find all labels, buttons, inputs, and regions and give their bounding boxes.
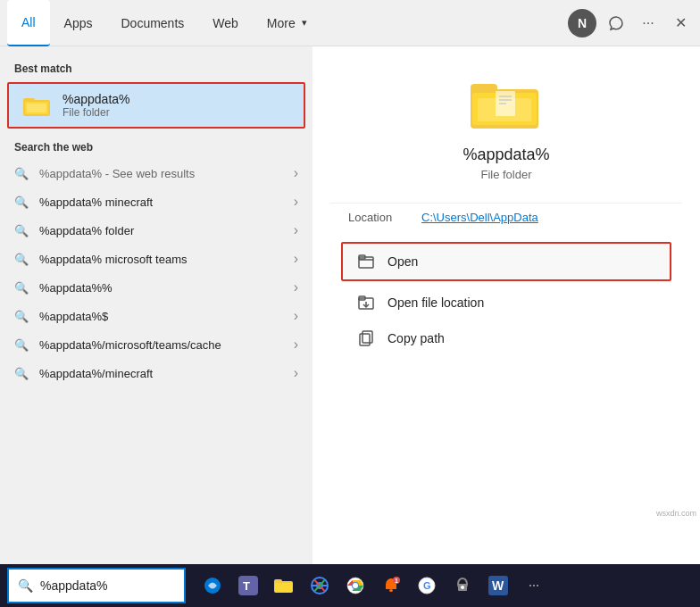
main-container: Best match %appdata% File folder Search … (0, 46, 700, 564)
svg-rect-18 (362, 331, 372, 343)
edge-icon[interactable] (196, 570, 229, 602)
web-item-6[interactable]: 🔍 %appdata%/microsoft/teams/cache (0, 330, 312, 359)
svg-point-33 (353, 583, 358, 588)
search-icon-1: 🔍 (14, 195, 29, 209)
feedback-icon[interactable] (604, 11, 629, 36)
chevron-right-icon-1 (294, 194, 298, 210)
tab-apps[interactable]: Apps (50, 0, 107, 46)
web-item-7[interactable]: 🔍 %appdata%/minecraft (0, 359, 312, 387)
copy-path-label: Copy path (388, 331, 445, 345)
search-input[interactable] (40, 578, 175, 593)
tab-documents[interactable]: Documents (106, 0, 198, 46)
chevron-down-icon: ▾ (302, 17, 307, 29)
watermark: wsxdn.com (656, 509, 696, 518)
web-item-3[interactable]: 🔍 %appdata% microsoft teams (0, 245, 312, 273)
svg-rect-25 (275, 583, 292, 592)
tab-all[interactable]: All (7, 0, 50, 46)
search-icon-6: 🔍 (14, 338, 29, 352)
web-item-2[interactable]: 🔍 %appdata% folder (0, 216, 312, 245)
best-match-item[interactable]: %appdata% File folder (7, 82, 305, 129)
search-icon-4: 🔍 (14, 281, 29, 295)
search-taskbar-icon: 🔍 (18, 578, 33, 593)
best-match-text: %appdata% File folder (62, 92, 289, 119)
svg-text:T: T (243, 579, 250, 593)
svg-rect-34 (389, 589, 393, 592)
nav-actions: N ··· ✕ (568, 9, 693, 37)
web-item-text-0: %appdata% (39, 167, 102, 180)
web-search-label: Search the web (0, 136, 312, 159)
tab-web[interactable]: Web (198, 0, 253, 46)
notification-icon[interactable]: 1 (375, 570, 407, 602)
left-panel: Best match %appdata% File folder Search … (0, 46, 312, 564)
web-item-4[interactable]: 🔍 %appdata%% (0, 273, 312, 302)
copy-path-icon (357, 329, 375, 347)
taskbar: 🔍 T (0, 564, 700, 607)
tab-more[interactable]: More ▾ (253, 0, 321, 46)
chrome-icon[interactable] (339, 570, 371, 602)
best-match-label: Best match (0, 57, 312, 80)
chevron-right-icon-5 (294, 308, 298, 324)
chevron-right-icon-7 (294, 365, 298, 381)
top-nav: All Apps Documents Web More ▾ N ··· ✕ (0, 0, 700, 46)
web-item-0[interactable]: 🔍 %appdata% - See web results (0, 159, 312, 187)
action-list: Open Open file location (330, 238, 682, 356)
teams-icon[interactable]: T (232, 570, 264, 602)
folder-taskbar-icon[interactable] (268, 570, 300, 602)
overflow-icon[interactable]: ⋯ (518, 570, 550, 602)
open-file-location-action[interactable]: Open file location (330, 285, 682, 320)
location-label: Location (348, 211, 411, 224)
open-file-location-label: Open file location (388, 295, 484, 310)
web-item-5[interactable]: 🔍 %appdata%$ (0, 302, 312, 330)
vpn-icon[interactable] (446, 570, 479, 602)
copy-path-action[interactable]: Copy path (330, 320, 682, 356)
open-label: Open (388, 254, 418, 269)
right-title: %appdata% (462, 146, 549, 164)
google-icon[interactable]: G (411, 570, 443, 602)
chevron-right-icon-4 (294, 279, 298, 295)
search-icon-5: 🔍 (14, 310, 29, 323)
web-item-1[interactable]: 🔍 %appdata% minecraft (0, 187, 312, 216)
chevron-right-icon-0 (294, 165, 298, 181)
chevron-right-icon-3 (294, 251, 298, 267)
svg-point-41 (461, 586, 464, 589)
search-icon-3: 🔍 (14, 253, 29, 266)
open-file-location-icon (357, 294, 375, 312)
chevron-right-icon-6 (294, 337, 298, 353)
svg-text:G: G (423, 580, 431, 591)
right-panel: %appdata% File folder Location C:\Users\… (312, 46, 700, 564)
search-icon-2: 🔍 (14, 224, 29, 237)
svg-rect-3 (27, 104, 46, 112)
close-icon[interactable]: ✕ (668, 11, 693, 36)
svg-text:W: W (492, 578, 504, 593)
chrome2-icon[interactable] (304, 570, 336, 602)
open-icon (357, 253, 375, 270)
svg-rect-19 (360, 334, 370, 345)
avatar[interactable]: N (568, 9, 596, 37)
right-subtitle: File folder (480, 168, 531, 181)
location-link[interactable]: C:\Users\Dell\AppData (421, 211, 538, 224)
open-action[interactable]: Open (341, 242, 671, 281)
location-row: Location C:\Users\Dell\AppData (330, 203, 682, 231)
svg-text:1: 1 (395, 578, 398, 584)
chevron-right-icon-2 (294, 222, 298, 238)
search-icon-0: 🔍 (14, 167, 29, 180)
word-icon[interactable]: W (482, 570, 514, 602)
folder-icon-small (23, 91, 52, 120)
search-icon-7: 🔍 (14, 367, 29, 380)
more-options-icon[interactable]: ··· (636, 11, 661, 36)
search-bar[interactable]: 🔍 (7, 568, 186, 603)
folder-icon-large (471, 73, 542, 131)
